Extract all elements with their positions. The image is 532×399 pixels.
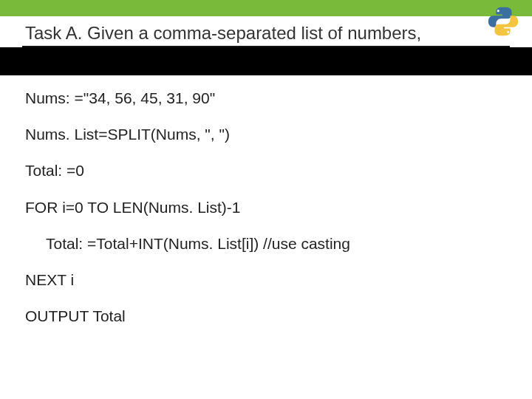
slide-title: Task A. Given a comma-separated list of … — [25, 22, 502, 44]
svg-point-0 — [497, 10, 499, 12]
code-line: OUTPUT Total — [25, 307, 502, 325]
svg-point-1 — [507, 31, 509, 33]
code-line: Total: =0 — [25, 161, 502, 180]
header-bar — [0, 0, 532, 16]
code-line: NEXT i — [25, 270, 502, 289]
subtitle-band — [0, 47, 532, 75]
code-line: Nums. List=SPLIT(Nums, ", ") — [25, 125, 502, 143]
code-line: Nums: ="34, 56, 45, 31, 90" — [25, 89, 502, 107]
code-block: Nums: ="34, 56, 45, 31, 90" Nums. List=S… — [25, 89, 502, 343]
code-line: Total: =Total+INT(Nums. List[i]) //use c… — [25, 234, 502, 253]
code-line: FOR i=0 TO LEN(Nums. List)-1 — [25, 198, 502, 216]
